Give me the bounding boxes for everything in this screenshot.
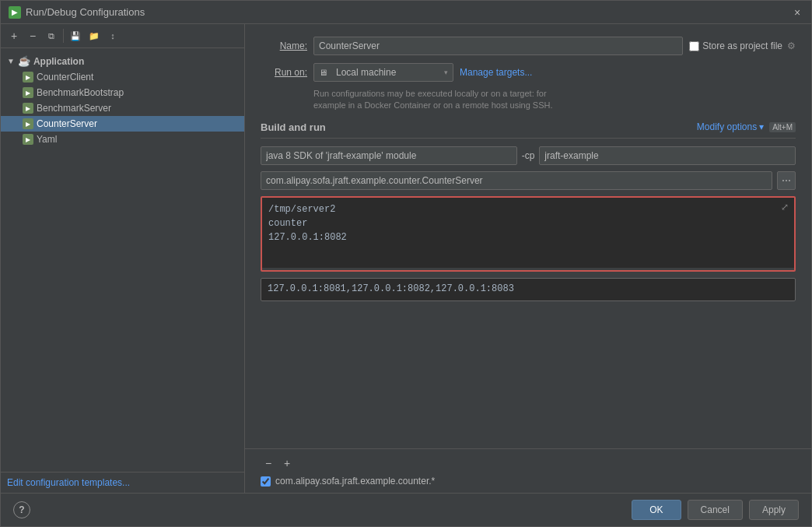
store-project-checkbox[interactable] — [689, 41, 699, 51]
shortcut-badge: Alt+M — [769, 122, 796, 132]
tree-item-counterclient[interactable]: ▶ CounterClient — [1, 69, 244, 85]
main-class-input[interactable] — [261, 171, 772, 190]
run-on-label: Run on: — [261, 67, 307, 78]
classpath-remove-button[interactable]: − — [261, 455, 276, 471]
vm-args-display: 127.0.0.1:8081,127.0.0.1:8082,127.0.0.1:… — [261, 278, 796, 301]
program-args-input[interactable] — [262, 198, 794, 268]
tree-item-label: CounterServer — [37, 118, 97, 129]
run-description: Run configurations may be executed local… — [313, 88, 796, 112]
store-project-label: Store as project file — [702, 40, 782, 51]
classpath-add-button[interactable]: + — [279, 455, 295, 471]
run-on-wrapper: 🖥 Local machine ▾ — [313, 63, 453, 82]
tree-item-label: BenchmarkServer — [37, 103, 111, 114]
close-button[interactable]: × — [791, 6, 803, 19]
add-config-button[interactable]: + — [5, 27, 23, 44]
tree-item-label: CounterClient — [37, 72, 93, 83]
tree-item-label: Yaml — [37, 134, 57, 145]
tree-item-yaml[interactable]: ▶ Yaml — [1, 132, 244, 147]
tree-arrow: ▼ — [7, 57, 15, 65]
config-tree: ▼ ☕ Application ▶ CounterClient ▶ Benchm… — [1, 48, 244, 472]
move-config-button[interactable]: 📁 — [86, 27, 103, 44]
classpath-panel: − + com.alipay.sofa.jraft.example.counte… — [245, 448, 811, 493]
tree-item-label: BenchmarkBootstrap — [37, 87, 124, 98]
build-run-title: Build and run — [261, 121, 326, 133]
edit-templates-link[interactable]: Edit configuration templates... — [7, 477, 130, 488]
modify-options-label: Modify options — [697, 121, 757, 132]
run-on-select[interactable]: Local machine — [313, 63, 453, 82]
classpath-label: com.alipay.sofa.jraft.example.counter.* — [275, 476, 435, 487]
sort-config-button[interactable]: ↕ — [104, 27, 121, 44]
tree-folder-icon: ☕ — [18, 55, 30, 67]
tree-section-application[interactable]: ▼ ☕ Application — [1, 53, 244, 69]
cp-prefix-label: -cp — [522, 150, 535, 161]
app-icon: ▶ — [23, 134, 33, 145]
toolbar-separator — [63, 29, 64, 43]
modify-options-button[interactable]: Modify options ▾ Alt+M — [697, 121, 796, 132]
manage-targets-link[interactable]: Manage targets... — [460, 67, 532, 78]
gear-icon[interactable]: ⚙ — [787, 40, 796, 51]
tree-item-benchmarkserver[interactable]: ▶ BenchmarkServer — [1, 100, 244, 116]
app-icon: ▶ — [23, 87, 33, 98]
app-icon: ▶ — [23, 103, 33, 114]
copy-config-button[interactable]: ⧉ — [43, 27, 60, 44]
sdk-select[interactable]: java 8 SDK of 'jraft-example' module — [261, 146, 517, 165]
help-button[interactable]: ? — [13, 501, 30, 518]
browse-button[interactable]: ⋯ — [777, 171, 796, 190]
name-input[interactable] — [313, 37, 683, 55]
tree-section-label: Application — [33, 56, 84, 67]
cancel-button[interactable]: Cancel — [688, 500, 743, 520]
save-config-button[interactable]: 💾 — [67, 27, 84, 44]
dialog-title: Run/Debug Configurations — [26, 6, 145, 18]
remove-config-button[interactable]: − — [24, 27, 41, 44]
expand-icon[interactable]: ⤢ — [779, 201, 791, 213]
app-icon: ▶ — [23, 72, 33, 83]
cp-select[interactable]: jraft-example — [539, 146, 796, 165]
dialog-icon: ▶ — [9, 6, 21, 19]
program-args-container: ⤢ — [261, 196, 796, 272]
tree-item-counterserver[interactable]: ▶ CounterServer — [1, 116, 244, 132]
name-label: Name: — [261, 40, 307, 51]
chevron-down-icon: ▾ — [759, 121, 764, 132]
tree-item-benchmarkbootstrap[interactable]: ▶ BenchmarkBootstrap — [1, 85, 244, 100]
classpath-checkbox[interactable] — [261, 476, 271, 487]
app-icon: ▶ — [23, 118, 33, 129]
ok-button[interactable]: OK — [632, 500, 681, 520]
apply-button[interactable]: Apply — [749, 500, 799, 520]
